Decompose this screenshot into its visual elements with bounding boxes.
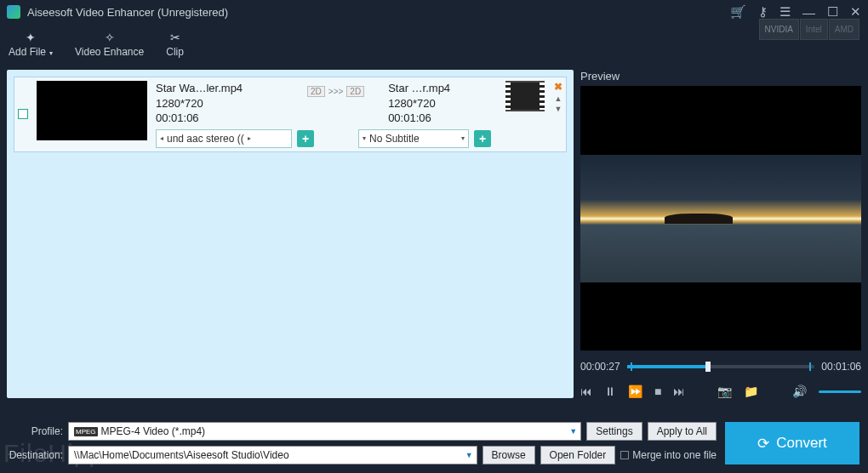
- subtitle-select-value: No Subtitle: [369, 133, 420, 145]
- close-icon[interactable]: ✕: [850, 4, 861, 20]
- enhance-label: Video Enhance: [75, 46, 144, 58]
- dst-filename: Star …r.mp4: [388, 81, 490, 96]
- audio-track-select[interactable]: ◂und aac stereo ((▸: [156, 129, 292, 148]
- minimize-icon[interactable]: —: [802, 5, 815, 20]
- item-checkbox[interactable]: [18, 109, 28, 119]
- window-title: Aiseesoft Video Enhancer (Unregistered): [27, 6, 730, 19]
- src-resolution: 1280*720: [156, 96, 300, 111]
- cart-icon[interactable]: 🛒: [730, 4, 746, 20]
- preview-video[interactable]: [580, 86, 861, 350]
- destination-input[interactable]: \\Mac\Home\Documents\Aiseesoft Studio\Vi…: [68, 446, 477, 464]
- open-snapshot-folder-icon[interactable]: 📁: [744, 385, 758, 398]
- clip-label: Clip: [166, 46, 184, 58]
- volume-slider[interactable]: [819, 390, 861, 393]
- toolbar: ✦ Add File▾ ✧ Video Enhance ✂ Clip NVIDI…: [0, 24, 868, 65]
- next-icon[interactable]: ⏭: [673, 385, 685, 398]
- move-up-icon[interactable]: ▲: [555, 94, 562, 103]
- menu-icon[interactable]: ☰: [779, 4, 791, 20]
- maximize-icon[interactable]: ☐: [827, 4, 838, 20]
- format-icon: [505, 81, 545, 111]
- move-down-icon[interactable]: ▼: [555, 105, 562, 113]
- add-audio-button[interactable]: +: [297, 130, 314, 147]
- add-file-button[interactable]: ✦ Add File▾: [9, 31, 53, 58]
- apply-all-button[interactable]: Apply to All: [648, 422, 717, 441]
- clip-button[interactable]: ✂ Clip: [166, 31, 184, 58]
- gpu-intel: Intel: [800, 19, 828, 40]
- add-file-icon: ✦: [26, 31, 36, 44]
- convert-label: Convert: [776, 435, 827, 452]
- profile-label: Profile:: [9, 425, 63, 437]
- snapshot-icon[interactable]: 📷: [717, 385, 732, 398]
- src-duration: 00:01:06: [156, 111, 300, 126]
- profile-value: MPEG-4 Video (*.mp4): [101, 425, 206, 437]
- remove-item-icon[interactable]: ✖: [554, 81, 562, 93]
- file-list: Star Wa…ler.mp4 1280*720 00:01:06 2D >>>…: [7, 70, 574, 398]
- merge-checkbox[interactable]: Merge into one file: [620, 449, 717, 461]
- settings-button[interactable]: Settings: [586, 422, 642, 441]
- add-file-label: Add File: [9, 46, 46, 58]
- preview-title: Preview: [580, 70, 861, 83]
- enhance-icon: ✧: [105, 31, 115, 44]
- volume-icon[interactable]: 🔊: [792, 385, 807, 398]
- titlebar: Aiseesoft Video Enhancer (Unregistered) …: [0, 0, 868, 24]
- item-thumbnail: [37, 81, 147, 140]
- fastfwd-icon[interactable]: ⏩: [628, 385, 642, 398]
- time-current: 00:00:27: [580, 361, 620, 373]
- audio-select-value: und aac stereo ((: [167, 133, 244, 145]
- src-filename: Star Wa…ler.mp4: [156, 81, 300, 96]
- video-enhance-button[interactable]: ✧ Video Enhance: [75, 31, 144, 58]
- dst-resolution: 1280*720: [388, 96, 490, 111]
- stop-icon[interactable]: ■: [654, 385, 661, 398]
- add-subtitle-button[interactable]: +: [474, 130, 491, 147]
- file-item[interactable]: Star Wa…ler.mp4 1280*720 00:01:06 2D >>>…: [14, 77, 567, 152]
- preview-panel: Preview 00:00:27 00:01:06 ⏮ ⏸ ⏩ ■ ⏭ 📷 📁 …: [580, 70, 861, 398]
- profile-select[interactable]: MPEG MPEG-4 Video (*.mp4) ▼: [68, 422, 581, 441]
- convert-button[interactable]: ⟳ Convert: [725, 422, 859, 464]
- clip-icon: ✂: [170, 31, 180, 44]
- gpu-amd: AMD: [829, 19, 859, 40]
- destination-label: Destination:: [9, 449, 63, 461]
- seek-slider[interactable]: [627, 365, 815, 368]
- open-folder-button[interactable]: Open Folder: [540, 446, 616, 464]
- convert-icon: ⟳: [757, 435, 769, 453]
- prev-icon[interactable]: ⏮: [580, 385, 592, 398]
- dst-duration: 00:01:06: [388, 111, 490, 126]
- subtitle-select[interactable]: ▾No Subtitle▾: [358, 129, 469, 148]
- gpu-nvidia: NVIDIA: [759, 19, 799, 40]
- destination-value: \\Mac\Home\Documents\Aiseesoft Studio\Vi…: [74, 449, 289, 461]
- key-icon[interactable]: ⚷: [758, 4, 768, 20]
- conversion-arrow: 2D >>> 2D: [307, 86, 364, 97]
- merge-label: Merge into one file: [632, 449, 717, 461]
- pause-icon[interactable]: ⏸: [604, 385, 616, 398]
- time-total: 00:01:06: [821, 361, 861, 373]
- gpu-badges: NVIDIA Intel AMD: [759, 19, 859, 40]
- browse-button[interactable]: Browse: [483, 446, 535, 464]
- app-logo-icon: [7, 5, 20, 19]
